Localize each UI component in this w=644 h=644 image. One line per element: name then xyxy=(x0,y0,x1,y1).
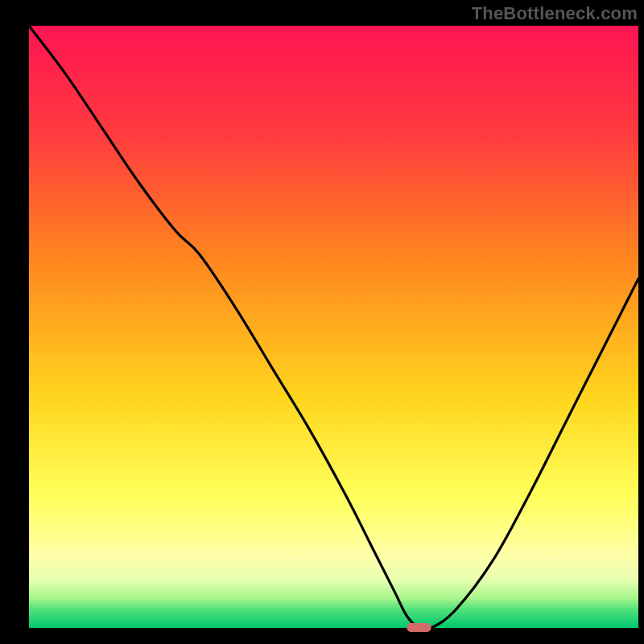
chart-stage: TheBottleneck.com xyxy=(0,0,644,644)
watermark-label: TheBottleneck.com xyxy=(472,3,638,24)
bottleneck-chart xyxy=(0,0,644,644)
plot-background xyxy=(29,26,638,628)
optimal-marker xyxy=(407,623,431,632)
